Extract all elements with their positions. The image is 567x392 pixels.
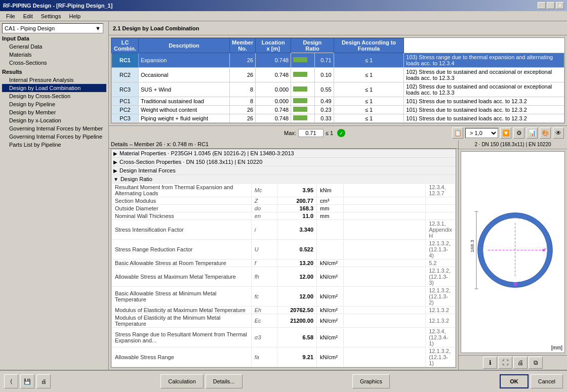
menu-edit[interactable]: Edit bbox=[19, 12, 37, 20]
detail-name: Allowable Stress at Maximum Metal Temper… bbox=[112, 267, 252, 287]
lc-cell: PC1 bbox=[112, 97, 139, 106]
le1-cell: ≤ 1 bbox=[334, 82, 404, 97]
sidebar-item-parts-list[interactable]: Parts List by Pipeline bbox=[2, 141, 106, 149]
detail-ref bbox=[426, 367, 456, 368]
detail-unit: kN/cm² bbox=[317, 267, 344, 287]
window-controls: _ □ × bbox=[538, 2, 564, 9]
le1-cell: ≤ 1 bbox=[334, 97, 404, 106]
section-title-text: Design Ratio bbox=[120, 176, 152, 182]
content-area: 2.1 Design by Load Combination LCCombin.… bbox=[109, 21, 567, 370]
detail-value: 9.21 bbox=[277, 347, 316, 367]
sidebar-item-design-member[interactable]: Design by Member bbox=[2, 108, 106, 116]
sidebar-item-design-pipeline[interactable]: Design by Pipeline bbox=[2, 100, 106, 108]
ok-button[interactable]: OK bbox=[500, 374, 529, 388]
section-title-text: Material Properties · P235GH 1.0345 (EN … bbox=[119, 150, 294, 156]
menu-help[interactable]: Help bbox=[65, 12, 85, 20]
details-section-title[interactable]: ▼Design Ratio bbox=[111, 175, 456, 183]
save-icon[interactable]: 💾 bbox=[20, 374, 34, 388]
details-row: Allowable Stress Range fa 9.21 kN/cm² 12… bbox=[112, 347, 456, 367]
cross-section-svg: 168.3 y z bbox=[467, 197, 558, 308]
table-row[interactable]: PC3 Piping weight + fluid weight 26 0.74… bbox=[112, 114, 564, 123]
sidebar-item-materials[interactable]: Materials bbox=[2, 51, 106, 59]
lc-cell: RC1 bbox=[112, 53, 139, 68]
nav-back-icon[interactable]: ⟨ bbox=[4, 374, 18, 388]
table-row[interactable]: PC2 Weight without content 26 0.748 0.23… bbox=[112, 106, 564, 114]
mm-label: [mm] bbox=[551, 345, 562, 351]
table-row[interactable]: RC3 SUS + Wind 8 0.000 0.55 ≤ 1 102) Str… bbox=[112, 82, 564, 97]
empty-cell bbox=[344, 287, 426, 307]
details-button[interactable]: Details... bbox=[206, 374, 242, 388]
detail-value: 0.71 bbox=[277, 367, 316, 368]
table-row[interactable]: PC1 Traditional sustained load 8 0.000 0… bbox=[112, 97, 564, 106]
bottom-bar: ⟨ 💾 🖨 Calculation Details... Graphics OK… bbox=[0, 370, 567, 392]
sidebar-item-design-x-location[interactable]: Design by x-Location bbox=[2, 116, 106, 124]
svg-text:168.3: 168.3 bbox=[469, 239, 475, 252]
detail-value: 12.00 bbox=[277, 287, 316, 307]
empty-cell bbox=[344, 197, 426, 205]
detail-symbol: do bbox=[251, 205, 277, 212]
calculation-button[interactable]: Calculation bbox=[160, 374, 203, 388]
table-row[interactable]: RC1 Expansion 26 0.748 0.71 ≤ 1 103) Str… bbox=[112, 53, 564, 68]
results-section: Results bbox=[2, 69, 106, 75]
details-row: Stress Intensification Factor i 3.340 12… bbox=[112, 220, 456, 240]
graphics-button[interactable]: Graphics bbox=[352, 374, 390, 388]
member-cell: 26 bbox=[230, 114, 256, 123]
detail-symbol: i bbox=[251, 220, 277, 240]
filter-icon[interactable]: 🔽 bbox=[500, 127, 511, 139]
detail-unit: mm bbox=[317, 205, 344, 212]
sidebar-item-general-data[interactable]: General Data bbox=[2, 42, 106, 51]
details-section-title[interactable]: ▶Cross-Section Properties · DN 150 (168.… bbox=[111, 158, 456, 166]
copy-icon[interactable]: ⧉ bbox=[529, 357, 543, 369]
settings-icon[interactable]: ⚙ bbox=[513, 127, 524, 139]
details-section-title[interactable]: ▶Material Properties · P235GH 1.0345 (EN… bbox=[111, 149, 456, 157]
table-row[interactable]: RC2 Occasional 26 0.748 0.10 ≤ 1 102) St… bbox=[112, 68, 564, 82]
filter-dropdown[interactable]: > 1,0 All bbox=[465, 128, 498, 138]
cancel-button[interactable]: Cancel bbox=[531, 374, 563, 388]
expand-icon: ▶ bbox=[113, 151, 117, 156]
detail-unit: kN/cm² bbox=[317, 314, 344, 328]
results-table: LCCombin. Description MemberNo. Location… bbox=[111, 38, 564, 123]
color-icon[interactable]: 🎨 bbox=[540, 127, 551, 139]
view-icon[interactable]: 👁 bbox=[553, 127, 564, 139]
detail-name: Nominal Wall Thickness bbox=[112, 212, 252, 220]
print-icon[interactable]: 🖨 bbox=[513, 357, 528, 369]
formula-cell: 103) Stress range due to thermal expansi… bbox=[404, 53, 564, 68]
desc-cell: Expansion bbox=[139, 53, 230, 68]
sidebar-item-design-cross-section[interactable]: Design by Cross-Section bbox=[2, 92, 106, 100]
check-icon: ✓ bbox=[337, 129, 345, 137]
location-cell: 0.748 bbox=[256, 106, 291, 114]
chart-icon[interactable]: 📊 bbox=[526, 127, 538, 139]
color-bar-cell bbox=[291, 68, 314, 82]
details-section-title[interactable]: ▶Design Internal Forces bbox=[111, 166, 456, 175]
sidebar-item-cross-sections[interactable]: Cross-Sections bbox=[2, 59, 106, 67]
maximize-button[interactable]: □ bbox=[547, 2, 555, 9]
formula-cell: 101) Stress due to sustained loads acc. … bbox=[404, 106, 564, 114]
menu-settings[interactable]: Settings bbox=[37, 12, 65, 20]
case-dropdown[interactable]: CA1 - Piping Design ▼ bbox=[2, 23, 103, 33]
print-bottom-icon[interactable]: 🖨 bbox=[36, 374, 51, 388]
empty-cell bbox=[344, 347, 426, 367]
max-value-input[interactable] bbox=[298, 129, 323, 137]
detail-symbol: fc bbox=[251, 287, 277, 307]
color-bar-cell bbox=[291, 82, 314, 97]
color-bar-cell bbox=[291, 53, 314, 68]
export-icon[interactable]: 📋 bbox=[452, 127, 463, 139]
zoom-fit-icon[interactable]: ⛶ bbox=[498, 357, 512, 369]
detail-ref: 12.1.3.2, (12.1.3-2) bbox=[426, 287, 456, 307]
sidebar-item-gov-forces-member[interactable]: Governing Internal Forces by Member bbox=[2, 124, 106, 133]
sidebar-item-gov-forces-pipeline[interactable]: Governing Internal Forces by Pipeline bbox=[2, 133, 106, 141]
detail-symbol: en bbox=[251, 212, 277, 220]
sidebar-item-design-load-combo[interactable]: Design by Load Combination bbox=[2, 84, 106, 92]
sidebar-item-internal-pressure[interactable]: Internal Pressure Analysis bbox=[2, 76, 106, 84]
detail-ref bbox=[426, 205, 456, 212]
detail-name: Modulus of Elasticity at the Minimum Met… bbox=[112, 314, 252, 328]
close-button[interactable]: × bbox=[556, 2, 564, 9]
formula-cell: 101) Stress due to sustained loads acc. … bbox=[404, 97, 564, 106]
info-icon[interactable]: ℹ bbox=[483, 357, 497, 369]
empty-cell bbox=[344, 212, 426, 220]
minimize-button[interactable]: _ bbox=[538, 2, 546, 9]
detail-name: Section Modulus bbox=[112, 197, 252, 205]
details-row: Stress Range Reduction Factor U 0.522 12… bbox=[112, 240, 456, 259]
menu-file[interactable]: File bbox=[2, 12, 19, 20]
app-title: RF-PIPING Design - [RF-Piping Design_1] bbox=[3, 3, 112, 9]
